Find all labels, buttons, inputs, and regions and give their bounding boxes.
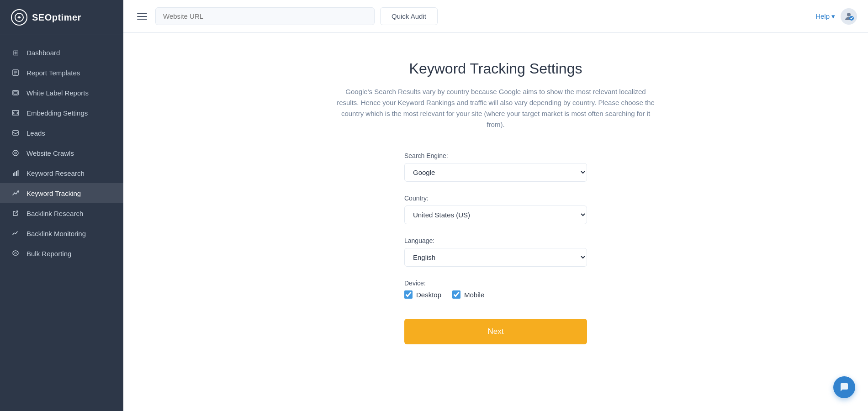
sidebar-item-website-crawls[interactable]: Website Crawls <box>0 143 123 163</box>
sidebar-nav: ⊞ Dashboard Report Templates White Label… <box>0 35 123 411</box>
main-area: Quick Audit Help ▾ Keyword Tracking Sett… <box>123 0 868 411</box>
sidebar-item-embedding[interactable]: Embedding Settings <box>0 103 123 123</box>
device-mobile-checkbox[interactable] <box>452 290 460 299</box>
svg-rect-5 <box>12 111 19 115</box>
svg-point-8 <box>15 152 16 154</box>
help-label: Help <box>815 12 830 20</box>
sidebar-item-backlink-monitoring[interactable]: Backlink Monitoring <box>0 223 123 243</box>
backlink-research-icon <box>11 209 20 218</box>
svg-rect-11 <box>16 171 17 176</box>
device-desktop-option[interactable]: Desktop <box>404 290 441 299</box>
svg-point-1 <box>18 16 20 18</box>
sidebar-item-label: Backlink Monitoring <box>26 230 86 237</box>
search-engine-select[interactable]: Google Bing Yahoo <box>404 163 587 182</box>
device-desktop-label: Desktop <box>416 291 441 299</box>
bulk-reporting-icon <box>11 249 20 258</box>
language-label: Language: <box>404 237 587 244</box>
website-crawls-icon <box>11 148 20 158</box>
language-group: Language: English Spanish French German … <box>404 237 587 267</box>
sidebar-item-report-templates[interactable]: Report Templates <box>0 63 123 83</box>
page-description: Google's Search Results vary by country … <box>336 86 656 130</box>
device-mobile-label: Mobile <box>464 291 484 299</box>
settings-form: Search Engine: Google Bing Yahoo Country… <box>404 152 587 344</box>
sidebar-item-leads[interactable]: Leads <box>0 123 123 143</box>
sidebar-item-label: White Label Reports <box>26 89 89 97</box>
svg-rect-9 <box>13 173 14 176</box>
page-title: Keyword Tracking Settings <box>409 60 582 77</box>
backlink-monitoring-icon <box>11 229 20 238</box>
sidebar-item-dashboard[interactable]: ⊞ Dashboard <box>0 42 123 63</box>
dashboard-icon: ⊞ <box>11 48 20 57</box>
country-select[interactable]: United States (US) United Kingdom (UK) A… <box>404 206 587 224</box>
sidebar-item-label: Website Crawls <box>26 149 74 157</box>
device-mobile-option[interactable]: Mobile <box>452 290 484 299</box>
hamburger-button[interactable] <box>134 11 150 22</box>
help-button[interactable]: Help ▾ <box>815 12 835 21</box>
country-label: Country: <box>404 195 587 202</box>
embedding-icon <box>11 108 20 117</box>
device-desktop-checkbox[interactable] <box>404 290 413 299</box>
sidebar-item-label: Embedding Settings <box>26 109 88 117</box>
help-chevron-icon: ▾ <box>831 12 835 21</box>
sidebar-item-label: Bulk Reporting <box>26 250 71 258</box>
svg-rect-12 <box>18 170 19 176</box>
hamburger-line <box>137 13 147 14</box>
sidebar-item-backlink-research[interactable]: Backlink Research <box>0 203 123 223</box>
sidebar-item-bulk-reporting[interactable]: Bulk Reporting <box>0 243 123 263</box>
svg-rect-4 <box>14 91 17 94</box>
sidebar-item-keyword-research[interactable]: Keyword Research <box>0 163 123 183</box>
brand-name: SEOptimer <box>32 12 81 23</box>
device-label: Device: <box>404 279 587 287</box>
sidebar-logo: SEOptimer <box>0 0 123 35</box>
sidebar-item-label: Leads <box>26 129 45 137</box>
sidebar-item-white-label[interactable]: White Label Reports <box>0 83 123 103</box>
white-label-icon <box>11 88 20 97</box>
sidebar-item-keyword-tracking[interactable]: Keyword Tracking <box>0 183 123 203</box>
settings-card: Keyword Tracking Settings Google's Searc… <box>123 33 868 411</box>
hamburger-line <box>137 16 147 17</box>
chat-bubble-button[interactable] <box>833 376 855 398</box>
hamburger-line <box>137 19 147 20</box>
keyword-tracking-icon <box>11 189 20 198</box>
sidebar-item-label: Keyword Tracking <box>26 190 81 197</box>
next-button[interactable]: Next <box>404 319 587 344</box>
country-group: Country: United States (US) United Kingd… <box>404 195 587 224</box>
user-avatar[interactable] <box>841 8 857 25</box>
sidebar-item-label: Dashboard <box>26 49 60 57</box>
svg-point-13 <box>847 13 851 16</box>
svg-rect-6 <box>13 131 18 135</box>
svg-point-7 <box>13 150 18 156</box>
sidebar-item-label: Keyword Research <box>26 169 85 177</box>
search-engine-group: Search Engine: Google Bing Yahoo <box>404 152 587 182</box>
page-content: Keyword Tracking Settings Google's Searc… <box>123 33 868 411</box>
sidebar-item-label: Report Templates <box>26 69 80 77</box>
device-options: Desktop Mobile <box>404 290 587 299</box>
keyword-research-icon <box>11 169 20 178</box>
search-engine-label: Search Engine: <box>404 152 587 159</box>
sidebar-item-label: Backlink Research <box>26 210 83 217</box>
leads-icon <box>11 128 20 137</box>
brand-logo-icon <box>11 9 27 26</box>
quick-audit-button[interactable]: Quick Audit <box>380 7 438 25</box>
header: Quick Audit Help ▾ <box>123 0 868 33</box>
svg-rect-10 <box>15 172 16 176</box>
website-url-input[interactable] <box>155 7 375 25</box>
report-templates-icon <box>11 68 20 77</box>
language-select[interactable]: English Spanish French German Portuguese <box>404 248 587 267</box>
device-group: Device: Desktop Mobile <box>404 279 587 299</box>
sidebar: SEOptimer ⊞ Dashboard Report Templates W… <box>0 0 123 411</box>
